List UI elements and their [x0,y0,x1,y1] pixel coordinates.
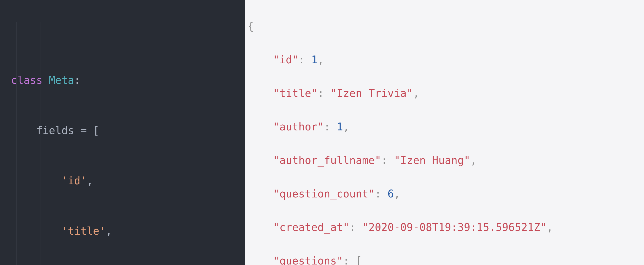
json-line: "id": 1, [248,51,644,68]
indent-guide [41,22,41,265]
comma: , [547,221,553,233]
json-line: "author": 1, [248,118,644,135]
json-key-title: "title" [273,87,318,99]
json-key-question-count: "question_count" [273,188,375,200]
json-string: "2020-09-08T19:39:15.596521Z" [362,221,547,233]
json-output-pane[interactable]: { "id": 1, "title": "Izen Trivia", "auth… [245,0,644,265]
colon: : [375,188,381,200]
indent-guide [16,22,17,265]
code-line: 'title', [0,223,245,239]
colon: : [318,87,324,99]
keyword-class: class [11,74,42,86]
equals-op: = [80,124,87,136]
comma: , [413,87,419,99]
json-line: "question_count": 6, [248,185,644,202]
json-number: 1 [311,54,318,66]
json-line: { [248,18,644,35]
class-name: Meta [49,74,74,86]
comma: , [318,54,324,66]
json-line: "author_fullname": "Izen Huang", [248,152,644,169]
json-key-author: "author" [273,121,324,133]
comma: , [87,175,93,187]
code-line: fields = [ [0,122,245,139]
json-line: "created_at": "2020-09-08T19:39:15.59652… [248,219,644,236]
colon: : [350,221,356,233]
json-key-author-fullname: "author_fullname" [273,154,381,166]
comma: , [470,154,477,166]
json-number: 6 [388,188,394,200]
json-key-id: "id" [273,54,298,66]
comma: , [343,121,349,133]
string-literal: 'title' [62,225,106,237]
colon: : [324,121,330,133]
json-key-created-at: "created_at" [273,221,349,233]
colon: : [381,154,388,166]
code-line: 'id', [0,172,245,189]
json-string: "Izen Huang" [394,154,470,166]
open-brace: { [248,20,254,32]
open-bracket: [ [356,255,362,265]
colon: : [74,74,80,86]
json-key-questions: "questions" [273,255,343,265]
json-line: "title": "Izen Trivia", [248,85,644,102]
json-string: "Izen Trivia" [330,87,413,99]
comma: , [394,188,400,200]
colon: : [298,54,305,66]
json-number: 1 [337,121,343,133]
open-bracket: [ [93,124,99,136]
comma: , [106,225,112,237]
code-line: class Meta: [0,72,245,89]
identifier-fields: fields [36,124,74,136]
code-editor-pane[interactable]: class Meta: fields = [ 'id', 'title', 'a… [0,0,245,265]
json-line: "questions": [ [248,252,644,265]
colon: : [343,255,349,265]
string-literal: 'id' [62,175,87,187]
